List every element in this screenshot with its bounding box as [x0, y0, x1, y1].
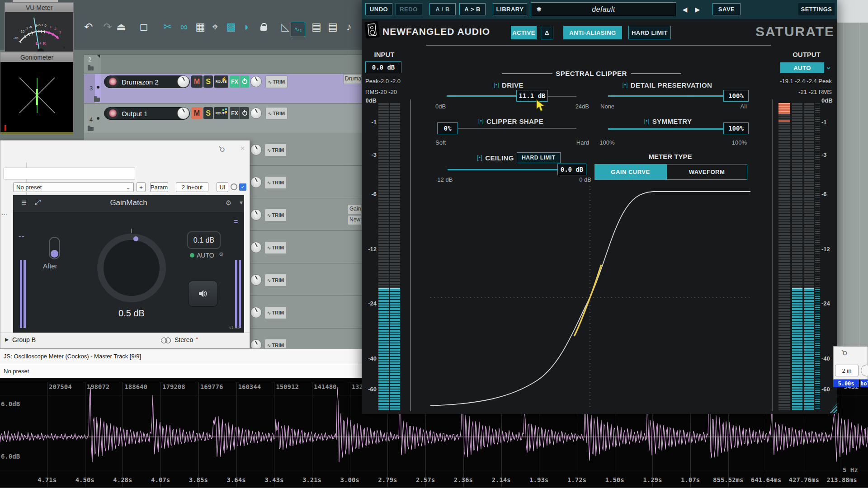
preset-box[interactable]: ✱ default	[531, 2, 676, 16]
gain-readout[interactable]: 0.1 dB	[187, 231, 221, 249]
preset-status-bar[interactable]: No preset	[0, 364, 362, 378]
lane-knob[interactable]	[250, 177, 262, 188]
settings-button[interactable]: SETTINGS	[798, 3, 835, 15]
snap-grid-icon[interactable]: ▩	[226, 21, 236, 33]
output-mode-chevron-icon[interactable]: ⌄	[826, 62, 831, 71]
pin-icon[interactable]: ⚲	[216, 144, 227, 155]
route-button[interactable]: ROUTE	[214, 107, 228, 119]
undo-icon[interactable]: ↶	[84, 21, 93, 33]
lane-knob[interactable]	[250, 209, 262, 221]
enabled-checkbox[interactable]: ✓	[239, 183, 246, 191]
master-mixer-icon[interactable]: ▤	[328, 21, 338, 33]
lane-knob[interactable]	[250, 307, 262, 318]
library-button[interactable]: LIBRARY	[493, 3, 527, 15]
goniometer-title[interactable]: Goniometer	[0, 52, 73, 62]
auto-gear-icon[interactable]: ⚙	[219, 251, 224, 258]
io-button[interactable]: 2 in+out	[176, 182, 208, 192]
envelope-icon[interactable]: ◺	[281, 21, 289, 33]
channel-mode[interactable]: Stereo	[175, 336, 193, 343]
hold-readout[interactable]: hold	[860, 380, 868, 387]
solo-button[interactable]: S	[203, 107, 213, 119]
trim-envelope-button[interactable]: ∿TRIM	[265, 107, 288, 120]
symmetry-slider[interactable]	[608, 128, 723, 130]
wet-dry-icon[interactable]	[231, 183, 237, 190]
grid-icon[interactable]: ▦	[195, 21, 205, 33]
output-auto-button[interactable]: AUTO	[780, 62, 824, 73]
preset-dropdown[interactable]: No preset⌄	[13, 182, 134, 192]
crossfade-icon[interactable]: ✂	[163, 21, 172, 33]
route-button[interactable]: ROUTE⚡	[214, 75, 228, 88]
mini-knob[interactable]	[861, 365, 868, 376]
ui-button[interactable]: UI	[217, 182, 228, 192]
active-toggle[interactable]: ACTIVE	[511, 26, 537, 39]
time-readout[interactable]: 5.00s	[833, 380, 859, 387]
track-2-tab[interactable]: 2	[84, 55, 101, 74]
ab-compare-button[interactable]: A / B	[429, 3, 456, 15]
pin-icon[interactable]: ⚲	[840, 348, 849, 358]
width-knob[interactable]	[250, 76, 262, 87]
prev-preset-button[interactable]: ◀	[680, 4, 690, 15]
delta-button[interactable]: Δ	[541, 26, 553, 39]
anti-aliasing-toggle[interactable]: ANTI-ALIASING	[563, 26, 622, 39]
listen-button[interactable]	[188, 281, 218, 307]
before-after-toggle[interactable]	[49, 237, 60, 259]
detail-value[interactable]: 100%	[723, 90, 749, 102]
ceiling-value[interactable]: 0.0 dB	[557, 164, 586, 175]
fx-button[interactable]: FX	[230, 107, 240, 119]
trim-envelope-button[interactable]: ∿TRIM	[264, 176, 287, 189]
midi-editor-icon[interactable]: ♪	[346, 21, 352, 33]
auto-label[interactable]: AUTO	[197, 252, 214, 259]
ceiling-hard-limit-button[interactable]: HARD LIMIT	[517, 152, 561, 163]
trim-envelope-button[interactable]: ∿TRIM	[264, 241, 287, 254]
redo-icon[interactable]: ↷	[103, 21, 112, 33]
lock-icon[interactable]	[260, 26, 267, 31]
undo-button[interactable]: UNDO	[365, 3, 392, 15]
fx-button[interactable]: FX	[230, 75, 240, 88]
close-icon[interactable]: ✕	[240, 145, 245, 152]
pan-knob[interactable]	[177, 75, 189, 88]
mute-button[interactable]: M	[191, 107, 203, 119]
move-icon[interactable]: ⌖	[212, 21, 218, 33]
gain-curve-tab[interactable]: GAIN CURVE	[594, 164, 666, 180]
fx-bypass-button[interactable]	[240, 75, 249, 88]
waveform-tab[interactable]: WAVEFORM	[666, 164, 747, 180]
gear-icon[interactable]: ⚙	[226, 199, 231, 207]
monitor-fx-icon[interactable]: ∿₁	[291, 22, 305, 37]
fx-filter-field[interactable]	[4, 168, 135, 179]
param-button[interactable]: Param	[150, 182, 168, 192]
detail-slider[interactable]	[608, 95, 723, 97]
drive-slider[interactable]	[447, 95, 516, 97]
trim-envelope-button[interactable]: ∿TRIM	[264, 274, 287, 286]
caret-down-icon[interactable]: ▾	[240, 199, 243, 206]
ceiling-slider[interactable]	[448, 169, 557, 170]
trim-envelope-button[interactable]: ∿TRIM	[264, 306, 287, 319]
group-play-icon[interactable]: ▶	[5, 337, 9, 343]
io-count-button[interactable]: 2 in	[835, 365, 859, 376]
collapse-arrow-icon[interactable]	[97, 55, 100, 58]
pan-knob[interactable]	[177, 107, 189, 119]
hard-limit-toggle[interactable]: HARD LIMIT	[628, 26, 671, 39]
ab-copy-button[interactable]: A > B	[459, 3, 486, 15]
next-preset-button[interactable]: ▶	[693, 4, 703, 15]
fx-bypass-button[interactable]	[240, 107, 249, 119]
track-4-tab[interactable]: 4	[84, 103, 101, 133]
shape-value[interactable]: 0%	[437, 122, 458, 134]
trim-envelope-button[interactable]: ∿TRIM	[264, 209, 287, 221]
record-arm-button[interactable]	[107, 107, 119, 119]
marquee-select-icon[interactable]: ◻	[139, 21, 148, 33]
save-button[interactable]: SAVE	[712, 3, 741, 15]
resize-grip[interactable]	[828, 403, 837, 413]
eject-icon[interactable]: ⏏	[116, 21, 126, 33]
trim-envelope-button[interactable]: ∿TRIM	[265, 75, 288, 88]
input-gain-box[interactable]: 0.0 dB	[365, 61, 401, 73]
ripple-edit-icon[interactable]: ◗	[243, 21, 250, 33]
redo-button[interactable]: REDO	[395, 3, 422, 15]
shape-slider[interactable]	[458, 128, 576, 129]
mixer-icon[interactable]: ▤	[311, 21, 321, 33]
group-label[interactable]: Group B	[12, 336, 36, 343]
lane-knob[interactable]	[250, 274, 262, 286]
gain-knob[interactable]	[97, 234, 166, 302]
width-knob[interactable]	[250, 108, 262, 119]
vu-meter-title[interactable]: VU Meter	[5, 3, 73, 12]
record-arm-button[interactable]	[107, 75, 119, 88]
